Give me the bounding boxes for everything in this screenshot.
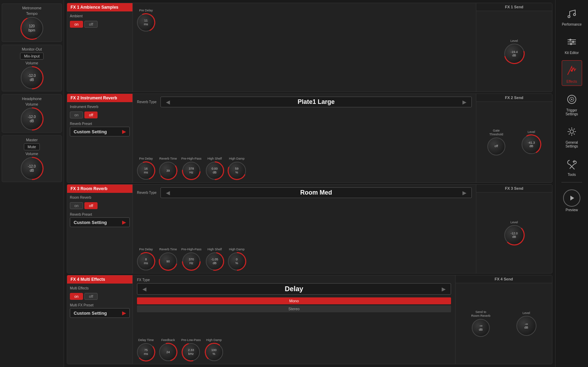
fx3-on-btn[interactable]: on	[70, 202, 83, 209]
fx3-row: FX 3 Room Reverb Room Reverb on off Reve…	[67, 184, 552, 274]
fx1-section-label: Ambient	[70, 14, 130, 18]
sidebar-item-tools[interactable]: Tools	[562, 154, 582, 179]
fx3-off-btn[interactable]: off	[84, 202, 98, 209]
fx4-left: FX 4 Multi Effects Multi Effects on off …	[67, 275, 133, 364]
fx1-level-col: Level -19.4 dB	[504, 39, 524, 64]
fx2-reverb-type-display[interactable]: ◀ Plate1 Large ▶	[160, 97, 472, 107]
sidebar-item-performance[interactable]: Performance	[560, 3, 584, 28]
sidebar-item-trigger-settings[interactable]: Trigger Settings	[562, 89, 582, 118]
sidebar-item-general-settings[interactable]: General Settings	[562, 122, 582, 150]
fx4-feedback-knob[interactable]: 24	[159, 343, 177, 361]
fx4-sendroom-knob[interactable]: -∞ dB	[472, 319, 490, 337]
fx2-controls: Instrument Reverb on off Reverb Preset C…	[67, 102, 132, 139]
master-section: Master Mute Volume -12.0 dB	[2, 135, 62, 182]
monitor-volume-knob[interactable]: -12.0 dB	[21, 66, 43, 89]
right-sidebar: Performance Kit Editor Effects	[555, 0, 588, 367]
fx3-predelay-knob[interactable]: 8 ms	[137, 252, 155, 270]
fx2-gate-value: off	[495, 144, 498, 148]
fx4-delaytime-knob[interactable]: 75 ms	[137, 343, 155, 361]
fx4-off-btn[interactable]: off	[84, 293, 98, 300]
fx2-reverbtime-knob[interactable]: 39	[159, 162, 177, 180]
fx4-prelowpass-knob[interactable]: 2.33 kHz	[182, 343, 200, 361]
trigger-icon	[564, 91, 580, 107]
fx2-predelay-label: Pre Delay	[139, 157, 153, 161]
tempo-knob[interactable]: 120 bpm	[21, 17, 43, 39]
fx3-reverbtime-knob[interactable]: 90	[159, 252, 177, 270]
fx2-preset-btn[interactable]: Custom Setting ▶	[70, 127, 130, 136]
fx2-reverbtime-label: Reverb Time	[159, 157, 177, 161]
fx3-prehighpass-knob[interactable]: 370 Hz	[182, 252, 200, 270]
preview-section[interactable]: Preview	[563, 189, 580, 212]
fx2-right: FX 2 Send Gate Threshold off Level -41.3…	[476, 94, 552, 182]
fx4-sendroom-value: -∞ dB	[479, 324, 483, 332]
fx1-predelay-col: Pre Delay 11 ms	[137, 9, 155, 32]
fx1-on-btn[interactable]: on	[70, 21, 83, 28]
fx2-level-knob[interactable]: -41.3 dB	[522, 135, 541, 154]
fx3-left: FX 3 Room Reverb Room Reverb on off Reve…	[67, 185, 133, 273]
general-settings-label: General Settings	[566, 141, 578, 148]
fx2-send-label: FX 2 Send	[476, 94, 552, 102]
fx4-mono-btn[interactable]: Mono	[137, 297, 451, 304]
fx3-highshelf-col: High Shelf -1.05 dB	[206, 248, 224, 270]
fx4-level-label: Level	[523, 311, 530, 315]
effects-label: Effects	[567, 80, 577, 83]
master-volume-knob[interactable]: -12.0 dB	[21, 157, 43, 180]
fx2-prehighpass-col: Pre-High-Pass 378 Hz	[181, 157, 202, 180]
fx2-predelay-knob[interactable]: 16 ms	[137, 162, 155, 180]
fx1-row: FX 1 Ambience Samples Ambient on off Pre…	[67, 3, 552, 92]
fx4-feedback-col: Feedback 24	[159, 338, 177, 361]
fx4-feedback-label: Feedback	[161, 338, 175, 342]
fx2-predelay-col: Pre Delay 16 ms	[137, 157, 155, 180]
mix-input-btn[interactable]: Mix-Input	[20, 53, 43, 60]
fx2-highdamp-knob[interactable]: 59 %	[228, 162, 246, 180]
fx3-reverb-type-display[interactable]: ◀ Room Med ▶	[160, 187, 472, 198]
sidebar-item-kit-editor[interactable]: Kit Editor	[562, 32, 582, 57]
fx2-highshelf-label: High Shelf	[208, 157, 222, 161]
fx4-on-btn[interactable]: on	[70, 293, 83, 300]
svg-point-5	[569, 39, 571, 41]
fx2-on-btn[interactable]: on	[70, 111, 83, 118]
fx2-prehighpass-knob[interactable]: 378 Hz	[182, 162, 200, 180]
fx3-preset-section: Reverb Preset Custom Setting ▶	[70, 213, 130, 227]
fx3-preset-arrow: ▶	[122, 220, 126, 225]
fx4-level-knob[interactable]: -∞ dB	[516, 316, 536, 336]
fx3-level-knob[interactable]: -12.0 dB	[504, 225, 524, 245]
fx4-middle: FX Type ◀ Delay ▶ Mono Stereo Delay Time	[133, 275, 455, 364]
fx4-fxtype-display[interactable]: ◀ Delay ▶	[137, 283, 451, 295]
fx2-highshelf-knob[interactable]: 0.00 dB	[206, 162, 224, 180]
headphone-volume-knob[interactable]: -12.0 dB	[21, 108, 43, 130]
fx3-highshelf-knob[interactable]: -1.05 dB	[206, 252, 224, 270]
fx2-off-btn[interactable]: off	[84, 111, 98, 118]
fx4-type-row: FX Type	[137, 278, 451, 282]
fx3-preset-btn[interactable]: Custom Setting ▶	[70, 217, 130, 227]
mute-btn[interactable]: Mute	[24, 143, 40, 150]
fx4-delaytime-col: Delay Time 75 ms	[137, 338, 155, 361]
fx1-predelay-knob[interactable]: 11 ms	[137, 14, 155, 32]
fx4-arrow-left: ◀	[143, 286, 146, 292]
fx1-right: FX 1 Send Level -19.4 dB	[476, 3, 552, 92]
fx4-toggle-group: on off	[70, 293, 130, 300]
fx1-off-btn[interactable]: off	[84, 21, 98, 28]
monitor-volume-label: Volume	[26, 61, 38, 65]
sidebar-item-effects[interactable]: Effects	[562, 60, 582, 86]
fx3-level-col: Level -12.0 dB	[504, 221, 524, 245]
fx4-sendroom-col: Send to Room Reverb -∞ dB	[471, 310, 490, 337]
fx4-preset-arrow: ▶	[122, 310, 126, 316]
fx4-stereo-btn[interactable]: Stereo	[137, 305, 451, 312]
fx3-reverb-type-label: Reverb Type	[137, 191, 158, 195]
fx3-highdamp-knob[interactable]: 0 %	[228, 252, 246, 270]
fx3-send-label: FX 3 Send	[476, 185, 552, 193]
fx2-level-col: Level -41.3 dB	[522, 130, 541, 154]
fx3-reverbtime-col: Reverb Time 90	[159, 248, 177, 270]
fx4-preset-btn[interactable]: Custom Setting ▶	[70, 308, 130, 318]
sidebar-divider	[561, 182, 582, 182]
fx4-preset-section: Multi FX Preset Custom Setting ▶	[70, 303, 130, 318]
fx4-highdamp-knob[interactable]: 100 %	[205, 343, 223, 361]
fx4-preset-name: Custom Setting	[74, 311, 107, 316]
fx4-send-controls: Send to Room Reverb -∞ dB Level -∞ dB	[456, 283, 552, 364]
svg-point-12	[570, 130, 573, 133]
fx3-preset-label: Reverb Preset	[70, 213, 130, 216]
fx2-gate-knob[interactable]: off	[487, 137, 505, 155]
fx2-reverb-type-value: Plate1 Large	[297, 98, 334, 106]
fx1-level-knob[interactable]: -19.4 dB	[504, 44, 524, 64]
